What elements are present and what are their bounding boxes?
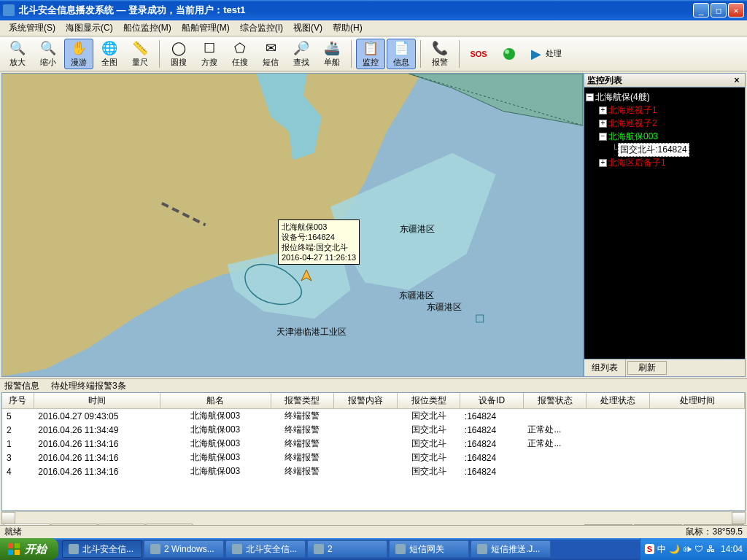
- tree-row[interactable]: −北海航保003: [586, 130, 743, 143]
- ship-tree[interactable]: −北海航保(4艘)+北海巡视子1+北海巡视子2−北海航保003└国交北斗:164…: [584, 88, 746, 359]
- expand-icon[interactable]: +: [599, 159, 607, 167]
- col-header[interactable]: 报位类型: [397, 393, 460, 409]
- tree-row[interactable]: +北海巡视子1: [586, 104, 743, 117]
- col-header[interactable]: 设备ID: [460, 393, 524, 409]
- h-scrollbar[interactable]: [1, 511, 746, 524]
- cell: [587, 437, 650, 451]
- clock[interactable]: 14:04: [721, 544, 743, 554]
- task-icon: [477, 544, 487, 554]
- toolbar-信息[interactable]: 📄信息: [387, 39, 416, 69]
- tooltip-line: 报位终端:国交北斗: [282, 242, 356, 252]
- sos-icon: SOS: [470, 46, 487, 62]
- menu-item[interactable]: 帮助(H): [328, 20, 367, 36]
- table-row[interactable]: 12016.04.26 11:34:16北海航保003终端报警国交北斗:1648…: [2, 437, 745, 451]
- col-header[interactable]: 处理状态: [587, 393, 650, 409]
- speaker-icon[interactable]: 🕪: [683, 544, 692, 554]
- table-row[interactable]: 22016.04.26 11:34:49北海航保003终端报警国交北斗:1648…: [2, 423, 745, 437]
- col-header[interactable]: 时间: [34, 393, 160, 409]
- process-button[interactable]: ▶处理: [525, 39, 566, 69]
- cell: 3: [2, 451, 34, 464]
- maximize-button[interactable]: □: [711, 3, 727, 18]
- tree-row[interactable]: └国交北斗:164824: [586, 143, 743, 156]
- cell: 1: [2, 437, 34, 451]
- menu-item[interactable]: 综合监控(I): [236, 20, 287, 36]
- cell: 2016.04.26 11:34:16: [34, 437, 160, 451]
- ime-badge[interactable]: S: [645, 544, 654, 554]
- toolbar-监控[interactable]: 📋监控: [356, 39, 385, 69]
- 放大-icon: 🔍: [9, 40, 26, 56]
- start-button[interactable]: 开始: [0, 538, 58, 560]
- panel-close-icon[interactable]: ×: [732, 75, 742, 85]
- cell: 正常处...: [523, 423, 587, 437]
- tree-row[interactable]: +北海巡视子2: [586, 117, 743, 130]
- alarm-table-wrap[interactable]: 序号时间船名报警类型报警内容报位类型设备ID报警状态处理状态处理时间 52016…: [1, 392, 746, 511]
- taskbar-item[interactable]: 北斗安全信...: [62, 540, 142, 558]
- toolbar-label: 量尺: [132, 57, 148, 68]
- cell: [650, 437, 745, 451]
- toolbar-缩小[interactable]: 🔍缩小: [34, 39, 63, 69]
- close-button[interactable]: ✕: [728, 3, 744, 18]
- col-header[interactable]: 报警类型: [271, 393, 334, 409]
- toolbar-量尺[interactable]: 📏量尺: [125, 39, 155, 69]
- toolbar-方搜[interactable]: ☐方搜: [195, 39, 224, 69]
- 查找-icon: 🔎: [293, 40, 310, 56]
- task-label: 北斗安全信...: [82, 543, 133, 556]
- taskbar-item[interactable]: 2 Windows...: [144, 540, 224, 558]
- cell: [334, 423, 398, 437]
- toolbar-报警[interactable]: 📞报警: [425, 39, 454, 69]
- alarm-table: 序号时间船名报警类型报警内容报位类型设备ID报警状态处理状态处理时间 52016…: [2, 393, 745, 478]
- tree-label: 国交北斗:164824: [618, 143, 689, 157]
- toolbar-单船[interactable]: 🚢单船: [317, 39, 347, 69]
- expand-icon[interactable]: −: [586, 93, 594, 101]
- toolbar-放大[interactable]: 🔍放大: [3, 39, 32, 69]
- minimize-button[interactable]: _: [693, 3, 709, 18]
- system-tray[interactable]: S 中 🌙 🕪 🛡 🖧 14:04: [640, 538, 747, 560]
- col-header[interactable]: 序号: [2, 393, 34, 409]
- ship-marker[interactable]: [300, 269, 313, 284]
- panel-tab-group[interactable]: 组列表: [584, 359, 626, 376]
- tree-label: 北海巡视子1: [608, 104, 657, 117]
- toolbar-label: 圆搜: [171, 57, 187, 68]
- table-row[interactable]: 52016.04.27 09:43:05北海航保003终端报警国交北斗:1648…: [2, 409, 745, 424]
- expand-icon[interactable]: +: [599, 106, 607, 114]
- table-row[interactable]: 42016.04.26 11:34:16北海航保003终端报警国交北斗:1648…: [2, 464, 745, 478]
- col-header[interactable]: 报警状态: [523, 393, 587, 409]
- taskbar-item[interactable]: 2: [307, 540, 387, 558]
- toolbar-label: 短信: [263, 57, 279, 68]
- taskbar-item[interactable]: 短信网关: [389, 540, 469, 558]
- toolbar-漫游[interactable]: ✋漫游: [64, 39, 93, 69]
- col-header[interactable]: 处理时间: [650, 393, 745, 409]
- toolbar-label: 放大: [9, 57, 26, 68]
- expand-icon[interactable]: +: [599, 120, 607, 128]
- menu-item[interactable]: 系统管理(S): [4, 20, 60, 36]
- toolbar-短信[interactable]: ✉短信: [256, 39, 285, 69]
- ime-lang[interactable]: 中: [657, 543, 666, 556]
- taskbar-item[interactable]: 短信推送.J...: [471, 540, 551, 558]
- toolbar-查找[interactable]: 🔎查找: [287, 39, 316, 69]
- menu-item[interactable]: 海图显示(C): [61, 20, 117, 36]
- sos-indicator: SOS: [464, 39, 493, 69]
- menu-item[interactable]: 船舶管理(M): [177, 20, 234, 36]
- toolbar-圆搜[interactable]: ◯圆搜: [164, 39, 193, 69]
- map-pane[interactable]: 北海航保003 设备号:164824 报位终端:国交北斗 2016-04-27 …: [1, 73, 584, 377]
- table-row[interactable]: 32016.04.26 11:34:16北海航保003终端报警国交北斗:1648…: [2, 451, 745, 464]
- expand-icon[interactable]: −: [599, 133, 607, 141]
- tree-row[interactable]: +北海区后备子1: [586, 156, 743, 169]
- menu-item[interactable]: 视图(V): [289, 20, 327, 36]
- cell: [334, 409, 398, 424]
- col-header[interactable]: 报警内容: [334, 393, 398, 409]
- 单船-icon: 🚢: [323, 40, 341, 56]
- refresh-button[interactable]: 刷新: [627, 361, 667, 375]
- menu-item[interactable]: 船位监控(M): [119, 20, 176, 36]
- toolbar-全图[interactable]: 🌐全图: [95, 39, 124, 69]
- tooltip-line: 2016-04-27 11:26:13: [282, 252, 356, 262]
- cell: 北海航保003: [160, 451, 271, 464]
- shield-icon[interactable]: 🛡: [694, 544, 703, 554]
- tree-row[interactable]: −北海航保(4艘): [586, 90, 743, 104]
- taskbar-item[interactable]: 北斗安全信...: [225, 540, 306, 558]
- col-header[interactable]: 船名: [160, 393, 271, 409]
- toolbar-任搜[interactable]: ⬠任搜: [225, 39, 255, 69]
- toolbar-label: 缩小: [40, 57, 56, 68]
- network-icon[interactable]: 🖧: [706, 544, 715, 554]
- svg-rect-10: [8, 550, 13, 555]
